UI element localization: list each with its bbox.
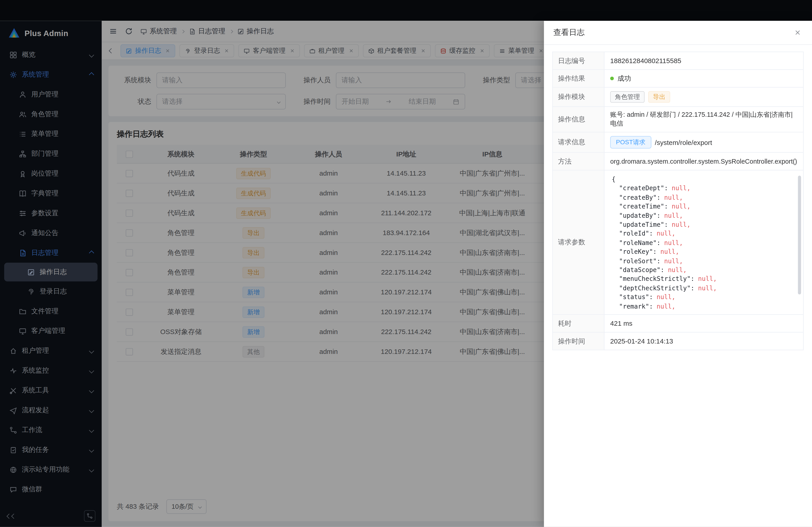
request-params-code: {"createDept":null,"createBy":null,"crea… (605, 170, 803, 314)
detail-row-module: 操作模块 角色管理 导出 (553, 88, 803, 107)
screen: Plus Admin 概览 系统管理 用户管理 (0, 0, 812, 527)
detail-row-info: 操作信息 账号: admin / 研发部门 / 222.175.114.242 … (553, 107, 803, 132)
module-tag: 角色管理 (610, 91, 644, 103)
detail-row-params: 请求参数 {"createDept":null,"createBy":null,… (553, 170, 803, 315)
request-url: /system/role/export (655, 138, 712, 146)
json-code-block: {"createDept":null,"createBy":null,"crea… (612, 175, 796, 311)
http-method-tag: POST请求 (610, 136, 651, 148)
status-text: 成功 (618, 74, 631, 83)
drawer-close-button[interactable] (792, 27, 802, 37)
detail-row-duration: 耗时 421 ms (553, 315, 803, 333)
view-log-drawer: 查看日志 日志编号 1882612840802115585 操作结果 成功 (544, 21, 812, 527)
drawer-body: 日志编号 1882612840802115585 操作结果 成功 操作模块 (544, 45, 812, 357)
scrollbar-thumb[interactable] (798, 176, 801, 295)
detail-row-result: 操作结果 成功 (553, 70, 803, 88)
detail-row-method: 方法 org.dromara.system.controller.system.… (553, 153, 803, 170)
detail-row-time: 操作时间 2025-01-24 10:14:13 (553, 332, 803, 350)
success-status-dot (610, 77, 614, 80)
operation-type-tag: 导出 (648, 91, 670, 103)
detail-row-log-id: 日志编号 1882612840802115585 (553, 52, 803, 70)
drawer-header: 查看日志 (544, 21, 812, 45)
drawer-title: 查看日志 (553, 28, 585, 37)
screen-top-bar (0, 0, 812, 21)
detail-row-request: 请求信息 POST请求 /system/role/export (553, 132, 803, 153)
log-detail-table: 日志编号 1882612840802115585 操作结果 成功 操作模块 (552, 51, 804, 350)
app-window: Plus Admin 概览 系统管理 用户管理 (0, 21, 812, 527)
